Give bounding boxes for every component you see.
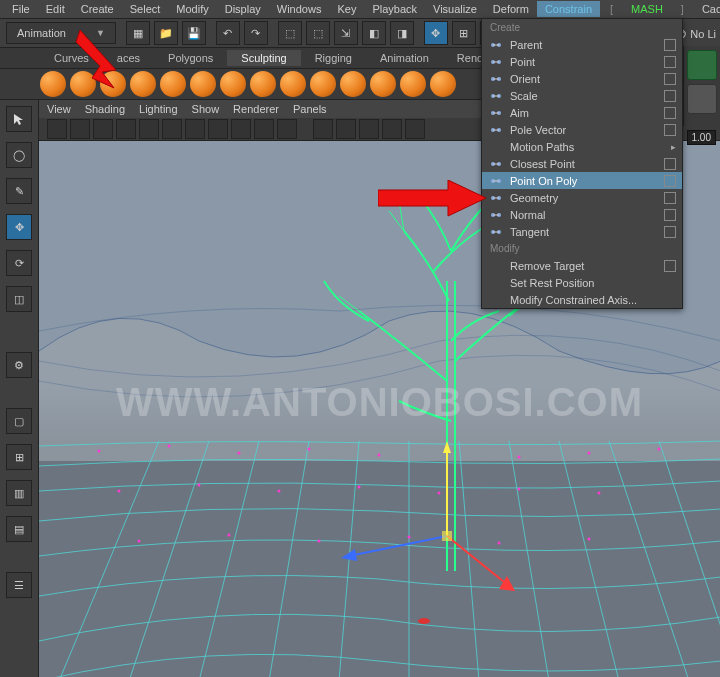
option-box-icon[interactable] (664, 124, 676, 136)
select-mask-icon-2[interactable]: ⬚ (306, 21, 330, 45)
menu-windows[interactable]: Windows (269, 1, 330, 17)
option-box-icon[interactable] (664, 56, 676, 68)
menu-item-aim[interactable]: Aim (482, 104, 682, 121)
lasso-tool-icon[interactable]: ◯ (6, 142, 32, 168)
vp-gate-icon[interactable] (139, 119, 159, 139)
vp-image-plane-icon[interactable] (93, 119, 113, 139)
menu-cache[interactable]: Cache (694, 1, 720, 17)
option-box-icon[interactable] (664, 175, 676, 187)
field-value[interactable]: 1.00 (687, 130, 716, 145)
vp-gate-icon[interactable] (116, 119, 136, 139)
shelf-tab-polygons[interactable]: Polygons (154, 50, 227, 66)
sculpt-brush-icon[interactable] (250, 71, 276, 97)
redo-icon[interactable]: ↷ (244, 21, 268, 45)
save-scene-icon[interactable]: 💾 (182, 21, 206, 45)
option-box-icon[interactable] (664, 107, 676, 119)
sculpt-brush-icon[interactable] (280, 71, 306, 97)
menu-item-normal[interactable]: Normal (482, 206, 682, 223)
menu-item-point[interactable]: Point (482, 53, 682, 70)
object-mask-icon[interactable]: ◧ (362, 21, 386, 45)
vp-shadow-icon[interactable] (277, 119, 297, 139)
move-tool-icon[interactable]: ✥ (6, 214, 32, 240)
option-box-icon[interactable] (664, 158, 676, 170)
option-box-icon[interactable] (664, 260, 676, 272)
vp-ao-icon[interactable] (382, 119, 402, 139)
component-mask-icon[interactable]: ◨ (390, 21, 414, 45)
option-box-icon[interactable] (664, 39, 676, 51)
menu-mash[interactable]: MASH (623, 1, 671, 17)
scale-tool-icon[interactable]: ◫ (6, 286, 32, 312)
menu-item-modify-constrained-axis-[interactable]: Modify Constrained Axis... (482, 291, 682, 308)
snap-move-icon[interactable]: ✥ (424, 21, 448, 45)
vp-grid-icon[interactable] (162, 119, 182, 139)
menu-edit[interactable]: Edit (38, 1, 73, 17)
select-mask-icon[interactable]: ⬚ (278, 21, 302, 45)
menu-playback[interactable]: Playback (364, 1, 425, 17)
shelf-tab-animation[interactable]: Animation (366, 50, 443, 66)
channel-box-tab-icon[interactable] (687, 50, 717, 80)
vp-menu-lighting[interactable]: Lighting (139, 103, 178, 115)
option-box-icon[interactable] (664, 73, 676, 85)
menu-item-tangent[interactable]: Tangent (482, 223, 682, 240)
sculpt-brush-icon[interactable] (430, 71, 456, 97)
menu-item-point-on-poly[interactable]: Point On Poly (482, 172, 682, 189)
layout-misc-icon[interactable]: ▥ (6, 480, 32, 506)
vp-menu-renderer[interactable]: Renderer (233, 103, 279, 115)
sculpt-brush-icon[interactable] (400, 71, 426, 97)
option-box-icon[interactable] (664, 90, 676, 102)
option-box-icon[interactable] (664, 209, 676, 221)
menu-select[interactable]: Select (122, 1, 169, 17)
option-box-icon[interactable] (664, 192, 676, 204)
layout-misc-icon[interactable]: ▤ (6, 516, 32, 542)
rotate-tool-icon[interactable]: ⟳ (6, 250, 32, 276)
menu-item-motion-paths[interactable]: Motion Paths▸ (482, 138, 682, 155)
menu-item-scale[interactable]: Scale (482, 87, 682, 104)
vp-camera-icon[interactable] (47, 119, 67, 139)
vp-xray-icon[interactable] (336, 119, 356, 139)
menu-item-geometry[interactable]: Geometry (482, 189, 682, 206)
shelf-tab-sculpting[interactable]: Sculpting (227, 50, 300, 66)
menu-item-orient[interactable]: Orient (482, 70, 682, 87)
vp-bookmark-icon[interactable] (70, 119, 90, 139)
attribute-editor-tab-icon[interactable] (687, 84, 717, 114)
menu-file[interactable]: File (4, 1, 38, 17)
menu-constrain[interactable]: Constrain (537, 1, 600, 17)
vp-menu-view[interactable]: View (47, 103, 71, 115)
menu-item-set-rest-position[interactable]: Set Rest Position (482, 274, 682, 291)
vp-xray-joints-icon[interactable] (359, 119, 379, 139)
menu-visualize[interactable]: Visualize (425, 1, 485, 17)
select-tool-icon[interactable] (6, 106, 32, 132)
layout-single-icon[interactable]: ▢ (6, 408, 32, 434)
vp-isolate-icon[interactable] (313, 119, 333, 139)
shelf-tab-rigging[interactable]: Rigging (301, 50, 366, 66)
sculpt-brush-icon[interactable] (220, 71, 246, 97)
menu-deform[interactable]: Deform (485, 1, 537, 17)
sculpt-brush-icon[interactable] (190, 71, 216, 97)
vp-wire-icon[interactable] (208, 119, 228, 139)
vp-tex-icon[interactable] (231, 119, 251, 139)
outliner-toggle-icon[interactable]: ☰ (6, 572, 32, 598)
menu-item-remove-target[interactable]: Remove Target (482, 257, 682, 274)
vp-motion-blur-icon[interactable] (405, 119, 425, 139)
last-tool-icon[interactable]: ⚙ (6, 352, 32, 378)
sculpt-brush-icon[interactable] (340, 71, 366, 97)
vp-light-icon[interactable] (254, 119, 274, 139)
layout-four-icon[interactable]: ⊞ (6, 444, 32, 470)
menu-item-parent[interactable]: Parent (482, 36, 682, 53)
menu-item-pole-vector[interactable]: Pole Vector (482, 121, 682, 138)
sculpt-brush-icon[interactable] (40, 71, 66, 97)
sculpt-brush-icon[interactable] (310, 71, 336, 97)
menu-display[interactable]: Display (217, 1, 269, 17)
paint-select-icon[interactable]: ✎ (6, 178, 32, 204)
vp-shade-icon[interactable] (185, 119, 205, 139)
menu-create[interactable]: Create (73, 1, 122, 17)
undo-icon[interactable]: ↶ (216, 21, 240, 45)
menu-key[interactable]: Key (329, 1, 364, 17)
vp-menu-shading[interactable]: Shading (85, 103, 125, 115)
menu-item-closest-point[interactable]: Closest Point (482, 155, 682, 172)
snap-grid-icon[interactable]: ⊞ (452, 21, 476, 45)
sculpt-brush-icon[interactable] (130, 71, 156, 97)
sculpt-brush-icon[interactable] (160, 71, 186, 97)
menu-modify[interactable]: Modify (168, 1, 216, 17)
hierarchy-icon[interactable]: ⇲ (334, 21, 358, 45)
